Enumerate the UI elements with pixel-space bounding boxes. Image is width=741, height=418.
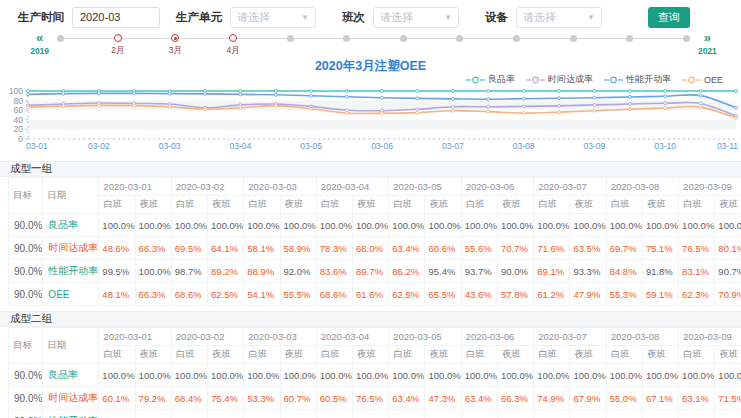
value-cell: 87.9% [316, 410, 352, 418]
value-cell: 83.1% [679, 260, 715, 283]
shift-header: 夜班 [497, 346, 533, 364]
value-cell: 88.7% [353, 410, 389, 418]
target-cell: 90.0% [9, 410, 43, 418]
timeline-dot[interactable] [626, 35, 633, 42]
date-column-header: 2020-03-07 [534, 178, 606, 196]
timeline-dot[interactable] [287, 35, 294, 42]
filter-bar: 生产时间 生产单元 请选择 ▼ 班次 请选择 ▼ 设备 请选择 ▼ 查询 [0, 0, 741, 28]
timeline-dot[interactable] [57, 35, 64, 42]
value-cell: 100.0% [642, 364, 678, 387]
value-cell: 74.9% [534, 387, 570, 410]
value-cell: 89.2% [208, 260, 244, 283]
shift-select[interactable]: 请选择 ▼ [373, 7, 459, 28]
value-cell: 100.0% [534, 214, 570, 237]
date-column-header: 2020-03-04 [316, 328, 388, 346]
timeline-dot-4月[interactable]: 4月 [229, 34, 237, 42]
chevron-down-icon: ▼ [444, 13, 452, 22]
timeline-dot-2月[interactable]: 2月 [114, 34, 122, 42]
production-unit-label: 生产单元 [176, 10, 222, 25]
timeline-end-year: 2021 [698, 45, 717, 57]
target-header: 目标 [9, 328, 43, 364]
timeline-dot-3月[interactable]: 3月 [171, 34, 179, 42]
shift-header: 夜班 [570, 196, 606, 214]
x-tick-label: 03-03 [159, 141, 181, 151]
row-label-性能开动率[interactable]: 性能开动率 [43, 260, 99, 283]
x-tick-label: 03-05 [300, 141, 322, 151]
legend-item-时间达成率[interactable]: 时间达成率 [526, 73, 593, 86]
value-cell: 62.5% [208, 283, 244, 306]
date-column-header: 2020-03-05 [389, 178, 461, 196]
y-tick-label: 20 [14, 124, 24, 134]
value-cell: 90.4% [389, 410, 425, 418]
query-button[interactable]: 查询 [648, 7, 690, 28]
group-title-成型二组: 成型二组 [0, 311, 741, 327]
value-cell: 100.0% [389, 364, 425, 387]
timeline-next-icon[interactable]: » 2021 [704, 32, 711, 44]
value-cell: 100.0% [244, 364, 280, 387]
timeline-dot[interactable] [400, 35, 407, 42]
shift-placeholder: 请选择 [380, 10, 413, 25]
production-unit-select[interactable]: 请选择 ▼ [230, 7, 316, 28]
value-cell: 100.0% [244, 214, 280, 237]
value-cell: 85.4% [606, 410, 642, 418]
shift-header: 夜班 [135, 196, 171, 214]
legend-item-性能开动率[interactable]: 性能开动率 [604, 73, 671, 86]
value-cell: 100.0% [316, 214, 352, 237]
value-cell: 100.0% [280, 214, 316, 237]
legend-line-circle-icon [466, 76, 485, 84]
value-cell: 100.0% [280, 364, 316, 387]
value-cell: 54.1% [244, 283, 280, 306]
value-cell: 47.3% [425, 387, 461, 410]
value-cell: 60.5% [316, 387, 352, 410]
timeline-dot[interactable] [456, 35, 463, 42]
value-cell: 68.6% [171, 283, 207, 306]
timeline-dot-label: 2月 [111, 45, 124, 57]
value-cell: 100.0% [679, 364, 715, 387]
timeline-dot[interactable] [513, 35, 520, 42]
y-tick-label: 40 [14, 115, 24, 125]
legend-item-良品率[interactable]: 良品率 [466, 73, 515, 86]
date-column-header: 2020-03-06 [461, 328, 533, 346]
legend-item-OEE[interactable]: OEE [682, 75, 723, 85]
value-cell: 100.0% [353, 364, 389, 387]
value-cell: 86.2% [389, 260, 425, 283]
row-label-良品率[interactable]: 良品率 [43, 364, 99, 387]
value-cell: 100.0% [99, 364, 135, 387]
value-cell: 89.1% [534, 260, 570, 283]
timeline-prev-icon[interactable]: « 2019 [36, 32, 43, 44]
value-cell: 63.4% [389, 387, 425, 410]
value-cell: 99.5% [99, 260, 135, 283]
chevron-down-icon: ▼ [587, 13, 595, 22]
timeline-dot[interactable] [343, 35, 350, 42]
date-column-header: 2020-03-08 [606, 178, 678, 196]
value-cell: 94.7% [135, 410, 171, 418]
value-cell: 64.1% [208, 237, 244, 260]
shift-header: 夜班 [135, 346, 171, 364]
row-label-OEE[interactable]: OEE [43, 283, 99, 306]
shift-header: 夜班 [208, 196, 244, 214]
value-cell: 68.4% [171, 387, 207, 410]
value-cell: 90.7% [715, 260, 741, 283]
value-cell: 90.5% [497, 410, 533, 418]
value-cell: 63.1% [679, 387, 715, 410]
value-cell: 100.0% [135, 364, 171, 387]
shift-header: 夜班 [642, 196, 678, 214]
value-cell: 66.3% [135, 237, 171, 260]
value-cell: 59.1% [642, 283, 678, 306]
month-timeline: « 2019 2月3月4月 » 2021 [36, 32, 711, 59]
row-label-时间达成率[interactable]: 时间达成率 [43, 237, 99, 260]
timeline-dot[interactable] [570, 35, 577, 42]
x-tick-label: 03-07 [442, 141, 464, 151]
legend-label: 良品率 [488, 73, 515, 86]
x-tick-label: 03-10 [654, 141, 676, 151]
row-label-性能开动率[interactable]: 性能开动率 [43, 410, 99, 418]
value-cell: 100.0% [425, 364, 461, 387]
shift-header: 白班 [316, 346, 352, 364]
production-time-input[interactable] [72, 7, 160, 28]
row-label-良品率[interactable]: 良品率 [43, 214, 99, 237]
value-cell: 86.3% [715, 410, 741, 418]
timeline-dot[interactable] [683, 35, 690, 42]
row-label-时间达成率[interactable]: 时间达成率 [43, 387, 99, 410]
equipment-placeholder: 请选择 [523, 10, 556, 25]
equipment-select[interactable]: 请选择 ▼ [516, 7, 602, 28]
